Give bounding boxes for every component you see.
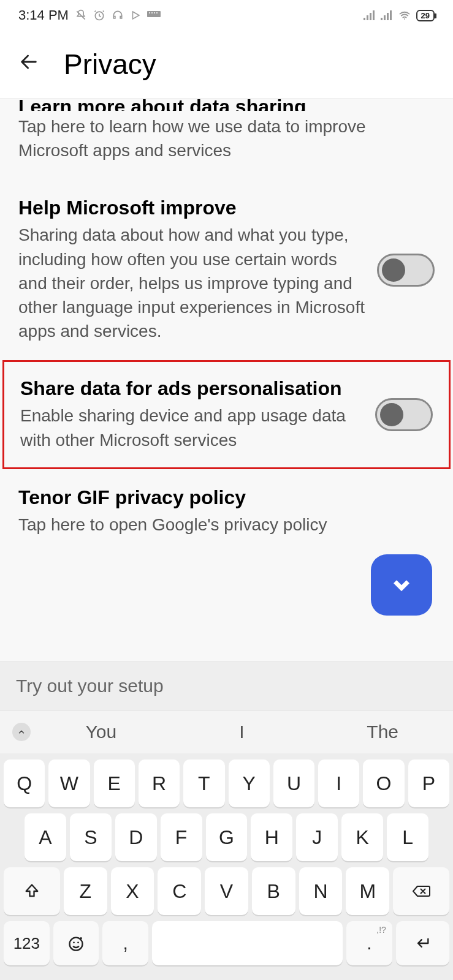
svg-point-14	[70, 938, 83, 951]
key-shift[interactable]	[4, 867, 60, 915]
svg-point-15	[73, 941, 75, 943]
svg-rect-8	[370, 13, 371, 20]
key-123[interactable]: 123	[4, 921, 50, 965]
suggestion-toggle-icon[interactable]	[12, 723, 31, 741]
svg-rect-7	[367, 15, 368, 20]
svg-point-16	[77, 941, 79, 943]
svg-rect-13	[390, 10, 392, 20]
status-right: 29	[364, 10, 435, 21]
period-label: .	[367, 933, 371, 954]
help-improve-toggle[interactable]	[377, 254, 435, 287]
settings-list: Learn more about data sharing Tap here t…	[0, 98, 453, 980]
setting-desc: Enable sharing device and app usage data…	[20, 404, 363, 451]
svg-rect-6	[364, 18, 365, 20]
status-time: 3:14 PM	[18, 7, 69, 23]
key-l[interactable]: L	[387, 813, 428, 861]
key-m[interactable]: M	[346, 867, 389, 915]
keyboard-row-2: A S D F G H J K L	[4, 813, 449, 861]
signal-icon-2	[381, 10, 393, 20]
key-q[interactable]: Q	[4, 760, 45, 807]
setting-help-improve[interactable]: Help Microsoft improve Sharing data abou…	[0, 179, 453, 360]
battery-icon: 29	[416, 10, 435, 21]
play-icon	[130, 10, 141, 21]
svg-rect-11	[384, 15, 386, 20]
key-d[interactable]: D	[115, 813, 157, 861]
mute-icon	[75, 9, 87, 21]
keyboard-row-4: 123 , ,!? .	[4, 921, 449, 965]
key-a[interactable]: A	[25, 813, 66, 861]
key-space[interactable]	[152, 921, 343, 965]
key-v[interactable]: V	[205, 867, 248, 915]
key-k[interactable]: K	[341, 813, 383, 861]
setting-desc: Tap here to learn how we use data to imp…	[18, 115, 435, 162]
svg-point-4	[154, 12, 155, 13]
svg-point-5	[156, 12, 158, 13]
keyboard-indicator-icon	[147, 11, 161, 20]
svg-rect-1	[147, 11, 161, 17]
app-header: Privacy	[0, 31, 453, 98]
key-comma[interactable]: ,	[102, 921, 148, 965]
key-period[interactable]: ,!? .	[346, 921, 392, 965]
tryout-input[interactable]: Try out your setup	[0, 662, 453, 710]
key-b[interactable]: B	[252, 867, 295, 915]
setting-title: Share data for ads personalisation	[20, 377, 363, 400]
svg-rect-12	[387, 13, 389, 20]
key-x[interactable]: X	[111, 867, 154, 915]
key-enter[interactable]	[396, 921, 449, 965]
ads-personalisation-toggle[interactable]	[375, 398, 433, 431]
key-u[interactable]: U	[273, 760, 314, 807]
wifi-icon	[398, 10, 411, 21]
key-o[interactable]: O	[363, 760, 404, 807]
keyboard-row-3: Z X C V B N M	[4, 867, 449, 915]
headphones-icon	[112, 9, 124, 21]
status-left: 3:14 PM	[18, 7, 161, 23]
key-backspace[interactable]	[393, 867, 449, 915]
svg-point-2	[149, 12, 150, 13]
keyboard-row-1: Q W E R T Y U I O P	[4, 760, 449, 807]
key-t[interactable]: T	[183, 760, 224, 807]
key-r[interactable]: R	[139, 760, 180, 807]
key-n[interactable]: N	[299, 867, 343, 915]
chevron-down-icon	[389, 572, 414, 598]
emoji-icon	[67, 935, 85, 952]
key-p[interactable]: P	[408, 760, 449, 807]
suggestion-item[interactable]: The	[312, 722, 453, 742]
status-bar: 3:14 PM 29	[0, 0, 453, 31]
period-sup: ,!?	[376, 925, 386, 935]
key-y[interactable]: Y	[229, 760, 270, 807]
key-emoji[interactable]	[53, 921, 99, 965]
key-w[interactable]: W	[48, 760, 89, 807]
setting-learn-more[interactable]: Learn more about data sharing Tap here t…	[0, 99, 453, 179]
key-c[interactable]: C	[158, 867, 201, 915]
key-s[interactable]: S	[70, 813, 112, 861]
setting-title: Tenor GIF privacy policy	[18, 486, 435, 509]
page-title: Privacy	[64, 48, 156, 81]
key-i[interactable]: I	[318, 760, 359, 807]
setting-desc: Sharing data about how and what you type…	[18, 223, 365, 343]
shift-icon	[23, 883, 40, 900]
back-icon[interactable]	[18, 51, 39, 78]
backspace-icon	[411, 883, 431, 900]
svg-point-3	[151, 12, 153, 13]
key-f[interactable]: F	[161, 813, 202, 861]
key-z[interactable]: Z	[64, 867, 107, 915]
enter-icon	[413, 935, 432, 952]
keyboard-area: Try out your setup You I The Q W E R T Y…	[0, 662, 453, 980]
key-g[interactable]: G	[206, 813, 248, 861]
alarm-icon	[93, 9, 105, 21]
setting-title: Learn more about data sharing	[18, 98, 435, 111]
setting-ads-personalisation[interactable]: Share data for ads personalisation Enabl…	[2, 360, 451, 469]
signal-icon	[364, 10, 376, 20]
suggestion-item[interactable]: You	[31, 722, 172, 742]
key-j[interactable]: J	[296, 813, 338, 861]
setting-tenor-privacy[interactable]: Tenor GIF privacy policy Tap here to ope…	[0, 469, 453, 554]
setting-title: Help Microsoft improve	[18, 197, 365, 219]
collapse-fab[interactable]	[371, 554, 432, 616]
suggestion-item[interactable]: I	[172, 722, 313, 742]
svg-rect-10	[381, 18, 383, 20]
key-e[interactable]: E	[94, 760, 135, 807]
suggestion-bar: You I The	[0, 710, 453, 753]
keyboard: Q W E R T Y U I O P A S D F G H J K L	[0, 753, 453, 980]
setting-desc: Tap here to open Google's privacy policy	[18, 513, 435, 537]
key-h[interactable]: H	[251, 813, 292, 861]
